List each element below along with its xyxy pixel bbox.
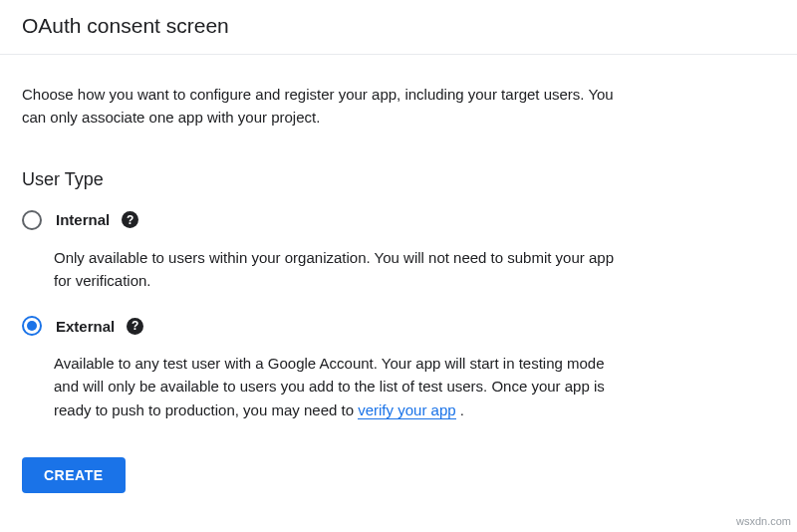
radio-row-external[interactable]: External ? xyxy=(22,316,775,336)
radio-label-internal: Internal xyxy=(56,211,110,228)
option-external: External ? Available to any test user wi… xyxy=(22,316,775,421)
help-icon[interactable]: ? xyxy=(127,318,143,335)
help-icon[interactable]: ? xyxy=(122,211,138,228)
content-area: Choose how you want to configure and reg… xyxy=(0,55,797,513)
create-button[interactable]: CREATE xyxy=(22,457,126,493)
page-title: OAuth consent screen xyxy=(0,0,797,55)
watermark: wsxdn.com xyxy=(736,515,791,527)
external-desc-pre: Available to any test user with a Google… xyxy=(54,355,605,418)
intro-text: Choose how you want to configure and reg… xyxy=(22,83,640,130)
external-desc-post: . xyxy=(456,401,464,418)
option-internal: Internal ? Only available to users withi… xyxy=(22,210,775,293)
radio-row-internal[interactable]: Internal ? xyxy=(22,210,775,230)
verify-app-link[interactable]: verify your app xyxy=(358,401,455,419)
radio-internal[interactable] xyxy=(22,210,42,230)
radio-external[interactable] xyxy=(22,316,42,336)
internal-description: Only available to users within your orga… xyxy=(54,246,632,293)
section-title-user-type: User Type xyxy=(22,169,775,190)
radio-label-external: External xyxy=(56,318,115,335)
external-description: Available to any test user with a Google… xyxy=(54,352,632,421)
